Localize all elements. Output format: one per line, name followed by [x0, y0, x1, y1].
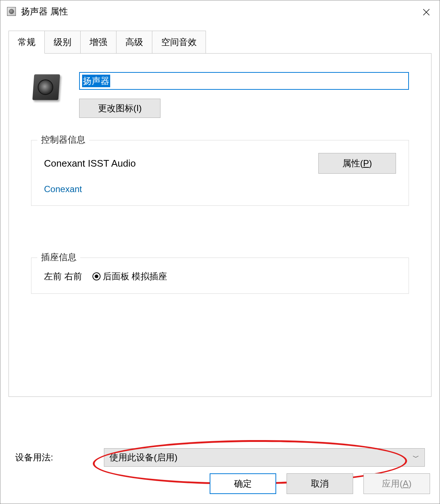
speaker-titlebar-icon [7, 7, 16, 16]
ok-label: 确定 [234, 479, 252, 488]
cancel-label: 取消 [311, 479, 329, 488]
controller-info-group: 控制器信息 Conexant ISST Audio 属性(P) Conexant [31, 140, 409, 206]
close-button[interactable] [418, 4, 434, 20]
controller-name: Conexant ISST Audio [44, 158, 136, 169]
jack-description: 后面板 模拟插座 [103, 270, 167, 282]
controller-vendor: Conexant [44, 184, 396, 194]
titlebar: 扬声器 属性 [0, 0, 440, 23]
tab-enhancements[interactable]: 增强 [80, 31, 116, 53]
jack-legend: 插座信息 [37, 251, 80, 263]
device-usage-select[interactable]: 使用此设备(启用) ﹀ [104, 448, 425, 467]
change-icon-label: 更改图标(I) [98, 103, 142, 113]
tab-advanced[interactable]: 高级 [116, 31, 152, 53]
speaker-properties-dialog: 扬声器 属性 常规 级别 增强 高级 空间音效 扬声器 更改图标(I) [0, 0, 440, 504]
device-usage-value: 使用此设备(启用) [109, 452, 177, 463]
cancel-button[interactable]: 取消 [287, 473, 353, 494]
jack-info-group: 插座信息 左前 右前 后面板 模拟插座 [31, 258, 409, 294]
controller-properties-button[interactable]: 属性(P) [318, 153, 396, 174]
device-name-input[interactable]: 扬声器 [79, 72, 409, 90]
tab-spatial-sound[interactable]: 空间音效 [152, 31, 206, 53]
apply-button[interactable]: 应用(A) [363, 473, 430, 494]
device-usage-label: 设备用法: [15, 452, 89, 463]
tab-general[interactable]: 常规 [9, 31, 45, 54]
dialog-title: 扬声器 属性 [21, 6, 68, 17]
tab-levels[interactable]: 级别 [44, 31, 81, 53]
tab-strip: 常规 级别 增强 高级 空间音效 [9, 31, 440, 53]
device-icon [31, 71, 64, 104]
close-icon [422, 8, 430, 16]
jack-position: 左前 右前 [44, 270, 82, 282]
device-usage-row: 设备用法: 使用此设备(启用) ﹀ [15, 448, 425, 467]
dialog-buttons: 确定 取消 应用(A) [210, 473, 430, 494]
ok-button[interactable]: 确定 [210, 473, 276, 494]
tab-panel-general: 扬声器 更改图标(I) 控制器信息 Conexant ISST Audio 属性… [9, 53, 431, 397]
device-name-value: 扬声器 [82, 75, 110, 87]
chevron-down-icon: ﹀ [413, 453, 419, 462]
jack-radio[interactable] [92, 272, 101, 280]
controller-legend: 控制器信息 [37, 134, 89, 146]
change-icon-button[interactable]: 更改图标(I) [79, 99, 160, 118]
